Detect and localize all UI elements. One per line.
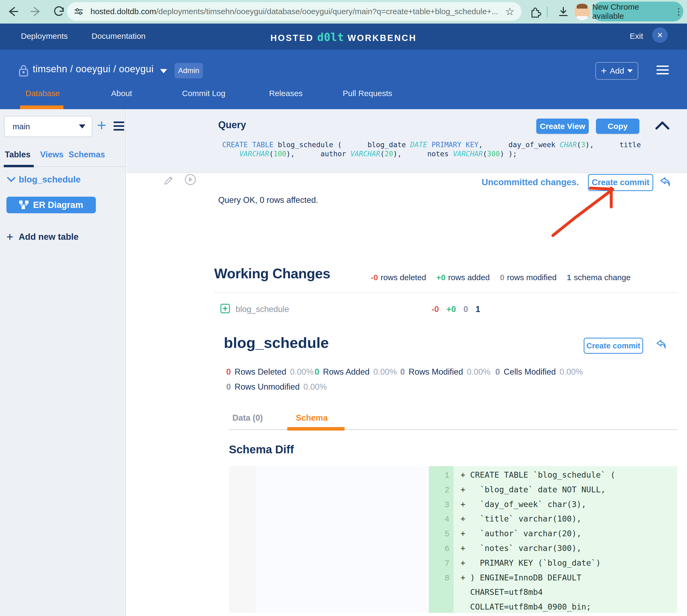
branch-menu-icon[interactable] (113, 122, 124, 133)
tab-views[interactable]: Views (40, 150, 63, 159)
chevron-down-icon (79, 125, 85, 128)
browser-toolbar: hosted.doltdb.com/deployments/timsehn/oo… (0, 0, 687, 24)
table-stat: 0Rows Modified0.00% (400, 367, 490, 377)
tab-data[interactable]: Data (0) (232, 413, 263, 423)
diff-line-number: 2 (429, 482, 449, 497)
sql-line: CREATE TABLE blog_schedule ( blog_date D… (222, 140, 641, 149)
stat-item: 0rows modified (500, 273, 557, 282)
table-stat: 0Rows Added0.00% (315, 367, 397, 377)
active-tab-underline (20, 106, 63, 109)
active-tab-underline (287, 427, 345, 431)
undo-changes-icon[interactable] (659, 177, 671, 187)
breadcrumb[interactable]: timsehn / ooeygui / ooeygui (33, 63, 154, 75)
tab-releases[interactable]: Releases (269, 89, 303, 98)
chevron-down-icon (627, 69, 632, 72)
url-text[interactable]: hosted.doltdb.com/deployments/timsehn/oo… (90, 7, 501, 16)
diff-line: + `day_of_week` char(3), (460, 497, 678, 512)
edit-table-icon[interactable] (163, 173, 175, 186)
browser-menu-icon[interactable]: ⋮ (674, 6, 683, 17)
new-branch-button[interactable]: + (97, 117, 106, 133)
diff-new-line-numbers: 12345678 (429, 466, 453, 613)
diff-line-number: 4 (429, 512, 449, 526)
active-tab-underline (4, 165, 34, 167)
app-header: Deployments Documentation HOSTED d0lt WO… (0, 24, 687, 49)
tab-commit-log[interactable]: Commit Log (182, 89, 226, 98)
undo-changes-icon[interactable] (656, 339, 667, 350)
working-changes-stats: -0rows deleted+0rows added0rows modified… (371, 273, 630, 282)
diff-line-number: 3 (429, 497, 449, 512)
diff-line-number: 8 (429, 571, 449, 585)
changed-table-name[interactable]: blog_schedule (236, 305, 289, 314)
diff-added-code: + CREATE TABLE `blog_schedule` (+ `blog_… (453, 466, 678, 613)
tab-pull-requests[interactable]: Pull Requests (343, 89, 392, 98)
back-icon[interactable] (6, 5, 19, 18)
bookmark-star-icon[interactable]: ☆ (505, 6, 515, 17)
table-stat: 0Rows Unmodified0.00% (226, 382, 327, 392)
chrome-update-button[interactable]: New Chrome available ⋮ (592, 2, 683, 21)
avatar-hair (577, 4, 587, 8)
table-stat: 0Cells Modified0.00% (495, 367, 583, 377)
run-table-icon[interactable] (184, 173, 196, 186)
diff-line: + CREATE TABLE `blog_schedule` ( (460, 468, 678, 482)
changed-table-counts: -0+001 (432, 305, 480, 314)
reload-icon[interactable] (53, 5, 65, 18)
diff-line-number: 1 (429, 468, 449, 482)
diff-line: + `notes` varchar(300), (460, 541, 678, 556)
database-header: timsehn / ooeygui / ooeygui Admin + Add … (0, 49, 687, 109)
tab-about[interactable]: About (111, 89, 132, 98)
chrome-update-label: New Chrome available (592, 2, 670, 21)
menu-icon[interactable] (657, 66, 669, 77)
extensions-icon[interactable] (530, 6, 541, 18)
table-diff-heading: blog_schedule (224, 334, 329, 351)
diff-line-number: 6 (429, 541, 449, 556)
sidebar-item-blog-schedule[interactable]: blog_schedule (19, 174, 81, 185)
count-value: 0 (464, 305, 468, 314)
branch-selector-value: main (13, 122, 30, 131)
create-view-button[interactable]: Create View (536, 118, 589, 134)
count-value: +0 (447, 305, 456, 314)
chevron-down-icon[interactable] (160, 69, 167, 73)
sql-query-text: CREATE TABLE blog_schedule ( blog_date D… (222, 140, 641, 158)
sql-line: VARCHAR(100), author VARCHAR(20), notes … (222, 149, 641, 158)
query-result-text: Query OK, 0 rows affected. (218, 195, 318, 205)
tab-schema[interactable]: Schema (296, 413, 328, 423)
diff-line: + `blog_date` date NOT NULL, (460, 482, 678, 497)
close-icon[interactable]: × (652, 27, 668, 43)
added-table-icon (220, 304, 230, 314)
stat-item: +0rows added (436, 273, 490, 282)
collapse-query-icon[interactable] (655, 120, 670, 131)
copy-button[interactable]: Copy (596, 118, 639, 134)
address-bar[interactable]: hosted.doltdb.com/deployments/timsehn/oo… (67, 2, 521, 21)
downloads-icon[interactable] (557, 6, 569, 18)
add-button[interactable]: + Add (596, 62, 638, 80)
hosted-dolt-workbench-logo: HOSTED d0lt WORKBENCH (0, 31, 687, 43)
diff-line-number: 7 (429, 556, 449, 571)
diff-old-line-numbers (229, 466, 256, 613)
exit-link[interactable]: Exit (630, 31, 643, 41)
site-settings-icon[interactable] (74, 7, 84, 16)
add-new-table-button[interactable]: + Add new table (6, 231, 79, 243)
avatar-shirt (576, 16, 588, 20)
diff-line-number (429, 585, 449, 600)
create-commit-button[interactable]: Create commit (584, 338, 643, 354)
tab-database[interactable]: Database (25, 89, 60, 98)
diff-line: + ) ENGINE=InnoDB DEFAULT (460, 571, 678, 585)
chevron-down-icon[interactable] (7, 177, 16, 182)
er-diagram-button[interactable]: ER Diagram (6, 197, 96, 213)
working-changes-heading: Working Changes (214, 265, 330, 282)
stat-item: -0rows deleted (371, 273, 426, 282)
diff-old-side (256, 466, 429, 613)
tab-tables[interactable]: Tables (5, 150, 30, 159)
tab-schemas[interactable]: Schemas (68, 150, 105, 159)
diff-line-number (429, 600, 449, 614)
divider (214, 292, 678, 293)
diff-line: CHARSET=utf8mb4 (460, 585, 678, 600)
schema-diff-heading: Schema Diff (229, 443, 294, 456)
forward-icon[interactable] (30, 5, 42, 18)
query-heading: Query (218, 119, 246, 131)
profile-avatar[interactable] (575, 3, 589, 20)
diff-line: + PRIMARY KEY (`blog_date`) (460, 556, 678, 571)
table-stat: 0Rows Deleted0.00% (226, 367, 314, 377)
diff-line-number: 5 (429, 526, 449, 541)
branch-selector[interactable]: main (4, 116, 92, 137)
